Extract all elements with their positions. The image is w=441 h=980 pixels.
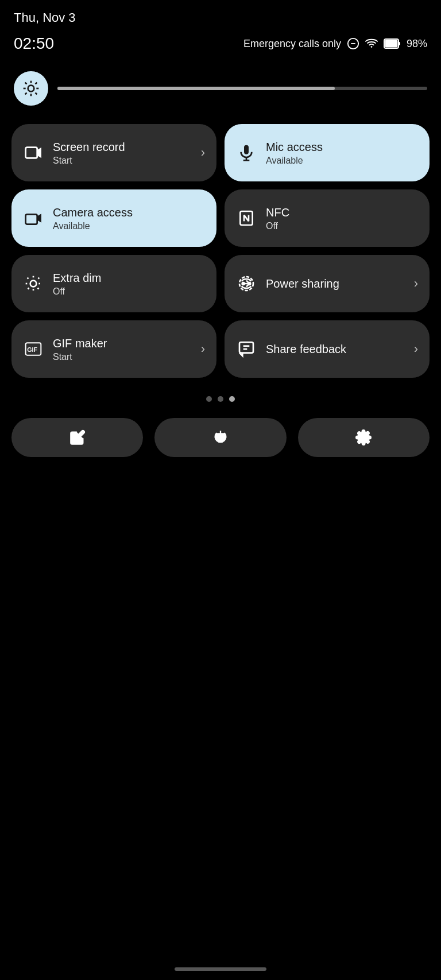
tile-mic-access[interactable]: Mic access Available	[225, 124, 430, 181]
svg-point-33	[242, 282, 245, 285]
mic-icon	[236, 142, 257, 163]
page-dot-2[interactable]	[218, 396, 223, 402]
tile-gif-maker-text: GIF maker Start	[53, 336, 192, 362]
page-dot-3[interactable]	[229, 396, 235, 402]
tile-gif-maker-subtitle: Start	[53, 352, 192, 362]
svg-rect-15	[26, 148, 37, 158]
svg-rect-4	[399, 42, 400, 45]
tile-screen-record-title: Screen record	[53, 140, 192, 154]
chevron-right-icon: ›	[414, 342, 418, 357]
tile-share-feedback-text: Share feedback	[266, 342, 405, 356]
svg-point-2	[371, 46, 373, 48]
screen-record-icon	[23, 142, 44, 163]
emergency-text: Emergency calls only	[243, 38, 341, 50]
tile-power-sharing-text: Power sharing	[266, 277, 405, 290]
tile-extra-dim-title: Extra dim	[53, 271, 205, 285]
tile-nfc-text: NFC Off	[266, 206, 418, 231]
nfc-icon	[236, 208, 257, 228]
pagination-dots	[0, 396, 441, 402]
tile-screen-record-text: Screen record Start	[53, 140, 192, 166]
brightness-slider[interactable]	[57, 87, 427, 90]
tile-camera-access-text: Camera access Available	[53, 206, 205, 231]
tile-gif-maker[interactable]: GIF GIF maker Start ›	[11, 320, 216, 378]
svg-point-34	[248, 282, 250, 285]
tile-mic-access-subtitle: Available	[266, 156, 418, 166]
power-sharing-icon	[236, 273, 257, 294]
brightness-icon	[22, 79, 40, 98]
tile-share-feedback-title: Share feedback	[266, 342, 405, 356]
edit-button[interactable]	[11, 418, 143, 457]
wifi-icon	[365, 37, 378, 50]
page-dot-1[interactable]	[206, 396, 212, 402]
tile-share-feedback[interactable]: Share feedback ›	[225, 320, 430, 378]
brightness-control	[0, 57, 441, 110]
power-button[interactable]	[154, 418, 286, 457]
svg-rect-37	[239, 342, 253, 353]
svg-text:GIF: GIF	[27, 346, 37, 353]
tile-screen-record-subtitle: Start	[53, 156, 192, 166]
dnd-icon	[347, 37, 359, 50]
battery-icon	[384, 37, 401, 50]
tile-screen-record[interactable]: Screen record Start ›	[11, 124, 216, 181]
tile-extra-dim-subtitle: Off	[53, 286, 205, 297]
chevron-right-icon: ›	[201, 342, 205, 357]
settings-icon	[355, 429, 372, 446]
camera-icon	[23, 208, 44, 228]
tile-nfc-subtitle: Off	[266, 221, 418, 231]
tile-nfc[interactable]: NFC Off	[225, 189, 430, 247]
tile-camera-access-subtitle: Available	[53, 221, 205, 231]
svg-point-23	[30, 281, 37, 287]
svg-point-6	[28, 86, 34, 92]
svg-line-31	[28, 288, 29, 290]
status-right: Emergency calls only 98%	[243, 37, 427, 50]
svg-line-13	[36, 83, 37, 84]
battery-percent: 98%	[407, 38, 427, 50]
tile-mic-access-title: Mic access	[266, 140, 418, 154]
svg-line-14	[25, 93, 27, 95]
tile-gif-maker-title: GIF maker	[53, 336, 192, 350]
svg-line-12	[36, 93, 37, 95]
settings-button[interactable]	[298, 418, 430, 457]
gif-icon: GIF	[23, 339, 44, 359]
svg-rect-20	[26, 214, 37, 224]
time-display: 02:50	[14, 34, 54, 53]
tile-mic-access-text: Mic access Available	[266, 140, 418, 166]
tile-extra-dim[interactable]: Extra dim Off	[11, 255, 216, 312]
feedback-icon	[236, 339, 257, 359]
tile-power-sharing[interactable]: Power sharing ›	[225, 255, 430, 312]
dim-icon	[23, 273, 44, 294]
brightness-icon-circle[interactable]	[14, 71, 48, 106]
svg-rect-17	[244, 145, 249, 154]
tile-camera-access[interactable]: Camera access Available	[11, 189, 216, 247]
svg-line-30	[38, 278, 40, 280]
date-display: Thu, Nov 3	[14, 10, 427, 25]
bottom-toolbar	[0, 418, 441, 457]
edit-icon	[69, 429, 86, 446]
svg-rect-5	[385, 40, 397, 48]
svg-line-11	[25, 83, 27, 84]
chevron-right-icon: ›	[414, 276, 418, 291]
tile-camera-access-title: Camera access	[53, 206, 205, 219]
tile-power-sharing-title: Power sharing	[266, 277, 405, 290]
status-bar: Thu, Nov 3 02:50 Emergency calls only	[0, 0, 441, 57]
chevron-right-icon: ›	[201, 145, 205, 160]
svg-line-29	[38, 288, 40, 290]
power-icon	[212, 429, 229, 446]
brightness-fill	[57, 87, 335, 90]
home-indicator[interactable]	[175, 967, 266, 971]
tile-nfc-title: NFC	[266, 206, 418, 219]
quick-settings-grid: Screen record Start › Mic access Availab…	[0, 110, 441, 378]
svg-line-28	[28, 278, 29, 280]
tile-extra-dim-text: Extra dim Off	[53, 271, 205, 297]
